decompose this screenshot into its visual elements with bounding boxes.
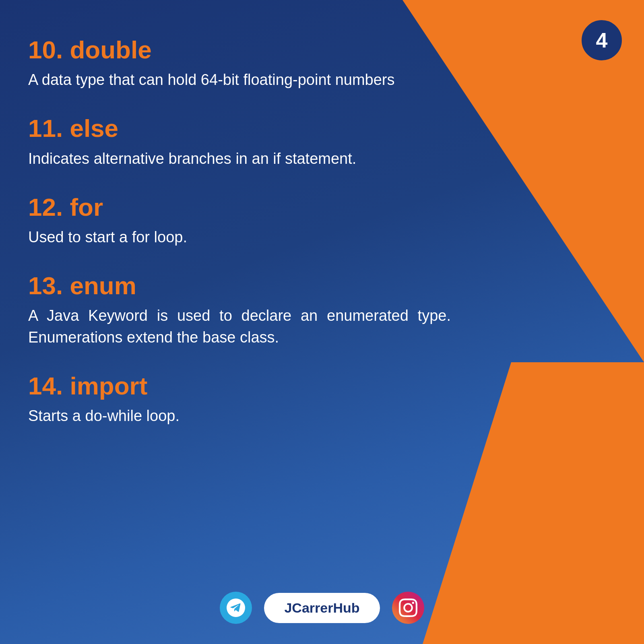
brand-button[interactable]: JCarrerHub: [264, 593, 380, 623]
keyword-block-enum: 13. enum A Java Keyword is used to decla…: [28, 272, 616, 348]
keyword-block-for: 12. for Used to start a for loop.: [28, 194, 616, 248]
instagram-icon: [399, 599, 417, 617]
keyword-desc-for: Used to start a for loop.: [28, 227, 451, 248]
keyword-block-double: 10. double A data type that can hold 64-…: [28, 36, 616, 91]
footer: JCarrerHub: [0, 592, 644, 624]
keyword-title-enum: 13. enum: [28, 272, 616, 299]
keyword-desc-enum: A Java Keyword is used to declare an enu…: [28, 305, 451, 348]
keyword-block-else: 11. else Indicates alternative branches …: [28, 115, 616, 169]
instagram-button[interactable]: [392, 592, 424, 624]
keyword-title-for: 12. for: [28, 194, 616, 221]
keyword-desc-import: Starts a do-while loop.: [28, 405, 451, 427]
keyword-title-else: 11. else: [28, 115, 616, 142]
keyword-block-import: 14. import Starts a do-while loop.: [28, 372, 616, 427]
brand-name: JCarrerHub: [284, 600, 359, 616]
keyword-title-import: 14. import: [28, 372, 616, 400]
telegram-button[interactable]: [220, 592, 252, 624]
badge-number: 4: [596, 30, 608, 51]
keyword-desc-double: A data type that can hold 64-bit floatin…: [28, 69, 451, 91]
telegram-icon: [227, 599, 245, 617]
main-content: 10. double A data type that can hold 64-…: [28, 36, 616, 580]
page-badge: 4: [582, 20, 622, 60]
keyword-desc-else: Indicates alternative branches in an if …: [28, 148, 451, 169]
keyword-title-double: 10. double: [28, 36, 616, 64]
